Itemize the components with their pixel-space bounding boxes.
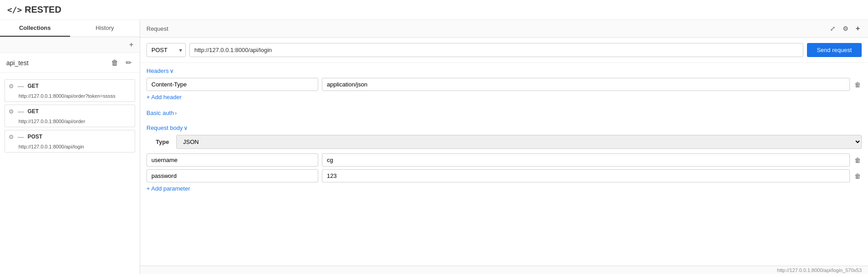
param-value-input-1[interactable] [322, 169, 850, 182]
delete-header-icon[interactable]: 🗑 [854, 80, 862, 89]
headers-toggle-label: Headers [146, 67, 169, 74]
request-url: http://127.0.0.1:8000/api/login [5, 143, 135, 152]
app-title: RESTED [25, 5, 61, 15]
main-layout: Collections History + api_test 🗑 ✏ ⚙ — G… [0, 20, 868, 274]
request-entry-header: ⚙ — POST [5, 130, 135, 143]
delete-param-icon[interactable]: 🗑 [854, 156, 862, 165]
header-key-input[interactable] [146, 78, 318, 91]
app-header: </> RESTED [0, 0, 868, 20]
header-row: 🗑 [146, 78, 862, 91]
send-request-button[interactable]: Send request [807, 43, 862, 57]
delete-collection-button[interactable]: 🗑 [109, 57, 120, 68]
add-header-link[interactable]: + Add header [146, 94, 182, 100]
param-key-input-1[interactable] [146, 169, 318, 182]
method-label: GET [28, 108, 39, 115]
left-panel: Collections History + api_test 🗑 ✏ ⚙ — G… [0, 20, 140, 274]
headers-toggle[interactable]: Headers ∨ [146, 67, 174, 74]
dash-icon: — [18, 133, 24, 140]
gear-icon[interactable]: ⚙ [9, 83, 14, 90]
collection-toolbar: + [0, 37, 140, 53]
gear-icon[interactable]: ⚙ [9, 108, 14, 115]
request-entry-header: ⚙ — GET [5, 80, 135, 92]
add-request-button[interactable]: + [854, 24, 862, 33]
add-collection-button[interactable]: + [127, 40, 135, 50]
type-row: Type JSON Form data Text [146, 135, 862, 149]
tab-history[interactable]: History [70, 20, 140, 37]
status-url: http://127.0.0.1:8000/api/login_570x53 [777, 267, 862, 273]
edit-collection-button[interactable]: ✏ [124, 57, 133, 68]
settings-button[interactable]: ⚙ [841, 24, 850, 33]
dash-icon: — [18, 82, 24, 90]
header-actions: ⤢ ⚙ + [828, 24, 862, 33]
body-section: Request body ∨ Type JSON Form data Text [146, 124, 862, 196]
url-input[interactable] [189, 43, 803, 57]
logo-icon: </> [7, 5, 22, 14]
request-url: http://127.0.0.1:8000/api/order?token=ss… [5, 92, 135, 101]
request-list: ⚙ — GET http://127.0.0.1:8000/api/order?… [0, 73, 140, 159]
collection-actions: 🗑 ✏ [109, 57, 133, 68]
list-item[interactable]: ⚙ — GET http://127.0.0.1:8000/api/order [5, 105, 135, 127]
method-select[interactable]: POST GET PUT DELETE PATCH [146, 43, 186, 57]
request-body-toggle[interactable]: Request body ∨ [146, 124, 188, 131]
basic-auth-toggle[interactable]: Basic auth › [146, 110, 177, 116]
add-param-link[interactable]: + Add parameter [146, 185, 190, 192]
gear-icon[interactable]: ⚙ [9, 134, 14, 140]
chevron-down-icon: ∨ [170, 67, 174, 74]
basic-auth-section: Basic auth › [146, 110, 862, 120]
headers-section: Headers ∨ 🗑 + Add header [146, 67, 862, 105]
status-bar: http://127.0.0.1:8000/api/login_570x53 [140, 266, 868, 274]
right-panel: Request ⤢ ⚙ + POST GET PUT DELETE PATCH … [140, 20, 868, 274]
tab-bar: Collections History [0, 20, 140, 37]
list-item[interactable]: ⚙ — GET http://127.0.0.1:8000/api/order?… [5, 79, 135, 102]
request-entry-header: ⚙ — GET [5, 105, 135, 118]
method-label: POST [28, 134, 42, 140]
collection-name: api_test [6, 59, 28, 67]
basic-auth-toggle-label: Basic auth [146, 110, 174, 116]
type-label: Type [146, 138, 169, 145]
chevron-down-icon: ∨ [184, 124, 188, 131]
collection-item: api_test 🗑 ✏ [0, 53, 140, 73]
request-panel-header: Request ⤢ ⚙ + [140, 20, 868, 38]
param-row: 🗑 [146, 169, 862, 182]
param-key-input-0[interactable] [146, 153, 318, 167]
request-bar: POST GET PUT DELETE PATCH ▼ Send request [140, 38, 868, 63]
param-row: 🗑 [146, 153, 862, 167]
method-label: GET [28, 83, 39, 89]
header-value-input[interactable] [322, 78, 850, 91]
app-logo: </> RESTED [7, 5, 61, 15]
list-item[interactable]: ⚙ — POST http://127.0.0.1:8000/api/login [5, 130, 135, 153]
request-body-toggle-label: Request body [146, 124, 183, 131]
request-body-area: Headers ∨ 🗑 + Add header Basic auth › [140, 63, 868, 266]
method-select-wrapper: POST GET PUT DELETE PATCH ▼ [146, 43, 186, 57]
dash-icon: — [18, 108, 24, 115]
expand-button[interactable]: ⤢ [828, 24, 837, 33]
chevron-right-icon: › [175, 110, 177, 116]
request-panel-title: Request [146, 25, 168, 32]
request-url: http://127.0.0.1:8000/api/order [5, 118, 135, 127]
delete-param-icon[interactable]: 🗑 [854, 172, 862, 181]
param-value-input-0[interactable] [322, 153, 850, 167]
tab-collections[interactable]: Collections [0, 20, 70, 37]
body-type-select[interactable]: JSON Form data Text [176, 135, 862, 149]
